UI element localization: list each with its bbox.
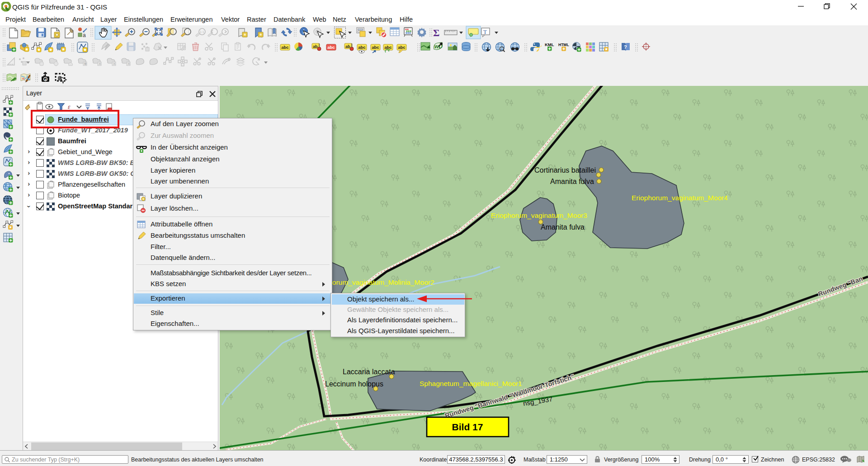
svg-text:ab: ab (345, 44, 350, 49)
svg-text:Eriophorum_vaginatum_Moor4: Eriophorum_vaginatum_Moor4 (632, 194, 728, 202)
svg-text:✕: ✕ (113, 62, 116, 66)
svg-text:Amanita fulva: Amanita fulva (541, 223, 585, 231)
svg-text:Eriophorum_vaginatum_Moor3: Eriophorum_vaginatum_Moor3 (491, 212, 587, 219)
svg-text:✕: ✕ (127, 62, 131, 66)
svg-text:HTML: HTML (558, 42, 569, 47)
svg-text:1:1: 1:1 (200, 30, 204, 33)
svg-text:KML: KML (545, 42, 554, 47)
svg-text:ε: ε (68, 104, 71, 110)
svg-text:Leccinum holopus: Leccinum holopus (325, 380, 383, 388)
svg-text:ab: ab (313, 44, 318, 49)
svg-text:Σ: Σ (433, 27, 439, 38)
svg-text:?: ? (624, 44, 627, 50)
svg-text:ø: ø (45, 78, 47, 81)
svg-text:✱: ✱ (84, 62, 87, 66)
svg-text:✕: ✕ (99, 62, 102, 66)
svg-text:Laccaria laccata: Laccaria laccata (343, 368, 395, 376)
svg-text:T: T (483, 28, 487, 35)
svg-text:Bild 17: Bild 17 (452, 422, 483, 432)
svg-text:a: a (83, 32, 86, 38)
svg-text:Cortinarius bataillei: Cortinarius bataillei (534, 166, 596, 174)
svg-text:Sphagnetum_magellanici_Moor1: Sphagnetum_magellanici_Moor1 (420, 380, 522, 387)
svg-text:Amanita fulva: Amanita fulva (550, 178, 594, 185)
